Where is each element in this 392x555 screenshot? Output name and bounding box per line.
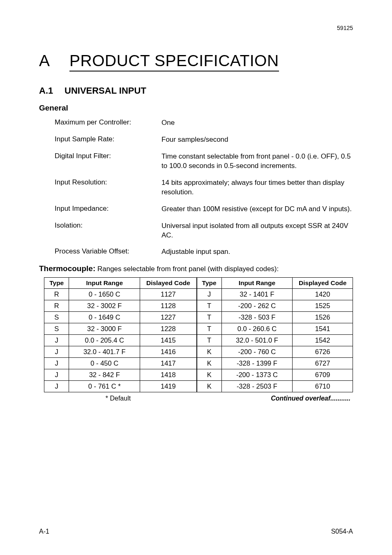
table-row: S32 - 3000 F1228T0.0 - 260.6 C1541 — [44, 323, 353, 335]
section-number: A.1 — [39, 85, 65, 96]
main-heading: APRODUCT SPECIFICATION — [39, 52, 353, 71]
table-cell: J — [44, 369, 69, 381]
table-cell: 1541 — [293, 323, 353, 335]
spec-value: Four samples/second — [161, 135, 353, 145]
table-cell: 32.0 - 401.7 F — [69, 346, 140, 358]
spec-row: Digital Input Filter: Time constant sele… — [55, 152, 353, 171]
table-cell: 1418 — [140, 369, 197, 381]
table-cell: 1417 — [140, 358, 197, 369]
spec-value: 14 bits approximately; always four times… — [161, 178, 353, 197]
table-cell: 0 - 1650 C — [69, 289, 140, 300]
table-cell: R — [44, 289, 69, 300]
table-cell: T — [197, 335, 221, 346]
table-cell: 0 - 761 C * — [69, 381, 140, 392]
table-row: J0.0 - 205.4 C1415T32.0 - 501.0 F1542 — [44, 335, 353, 346]
table-cell: 1419 — [140, 381, 197, 392]
table-cell: J — [44, 381, 69, 392]
table-cell: -328 - 2503 F — [221, 381, 293, 392]
table-cell: -328 - 1399 F — [221, 358, 293, 369]
footnote-default: * Default — [44, 395, 192, 402]
table-cell: 6709 — [293, 369, 353, 381]
table-cell: S — [44, 323, 69, 335]
spec-label: Input Resolution: — [55, 178, 161, 197]
table-cell: 0 - 1649 C — [69, 312, 140, 323]
table-cell: 1526 — [293, 312, 353, 323]
spec-label: Process Variable Offset: — [55, 247, 161, 257]
table-cell: R — [44, 300, 69, 312]
th-type: Type — [197, 278, 221, 289]
table-cell: T — [197, 300, 221, 312]
table-cell: J — [44, 335, 69, 346]
th-code: Displayed Code — [293, 278, 353, 289]
table-cell: K — [197, 381, 221, 392]
page-footer: A-1 S054-A — [39, 528, 353, 535]
table-cell: S — [44, 312, 69, 323]
table-cell: -200 - 760 C — [221, 346, 293, 358]
table-cell: 32 - 3002 F — [69, 300, 140, 312]
section-heading: A.1UNIVERSAL INPUT — [39, 85, 353, 96]
table-cell: 6710 — [293, 381, 353, 392]
table-cell: 0.0 - 205.4 C — [69, 335, 140, 346]
spec-row: Process Variable Offset: Adjustable inpu… — [55, 247, 353, 257]
table-cell: 1525 — [293, 300, 353, 312]
table-cell: T — [197, 323, 221, 335]
thermocouple-intro: Thermocouple: Ranges selectable from fro… — [39, 264, 353, 273]
th-range: Input Range — [221, 278, 293, 289]
table-cell: T — [197, 312, 221, 323]
table-cell: J — [44, 346, 69, 358]
table-cell: J — [197, 289, 221, 300]
table-cell: -328 - 503 F — [221, 312, 293, 323]
table-row: S0 - 1649 C1227T-328 - 503 F1526 — [44, 312, 353, 323]
table-row: R32 - 3002 F1128T-200 - 262 C1525 — [44, 300, 353, 312]
th-code: Dislayed Code — [140, 278, 197, 289]
table-cell: -200 - 1373 C — [221, 369, 293, 381]
footnote-continued: Continued overleaf........... — [192, 395, 353, 402]
spec-label: Input Sample Rate: — [55, 135, 161, 145]
table-cell: 6726 — [293, 346, 353, 358]
table-cell: 32 - 842 F — [69, 369, 140, 381]
table-cell: 6727 — [293, 358, 353, 369]
table-cell: 1228 — [140, 323, 197, 335]
table-header-row: Type Input Range Dislayed Code Type Inpu… — [44, 278, 353, 289]
table-cell: K — [197, 358, 221, 369]
table-row: J32.0 - 401.7 F1416K-200 - 760 C6726 — [44, 346, 353, 358]
table-cell: J — [44, 358, 69, 369]
spec-row: Maximum per Controller: One — [55, 118, 353, 128]
table-cell: 0 - 450 C — [69, 358, 140, 369]
thermocouple-table: Type Input Range Dislayed Code Type Inpu… — [44, 277, 353, 392]
footer-left: A-1 — [39, 528, 49, 535]
spec-label: Isolation: — [55, 221, 161, 240]
spec-row: Isolation: Universal input isolated from… — [55, 221, 353, 240]
table-row: R0 - 1650 C1127J32 - 1401 F1420 — [44, 289, 353, 300]
spec-row: Input Sample Rate: Four samples/second — [55, 135, 353, 145]
th-type: Type — [44, 278, 69, 289]
spec-label: Maximum per Controller: — [55, 118, 161, 128]
heading-title: PRODUCT SPECIFICATION — [69, 52, 279, 71]
table-cell: 32 - 1401 F — [221, 289, 293, 300]
table-cell: K — [197, 346, 221, 358]
spec-list: Maximum per Controller: One Input Sample… — [55, 118, 353, 257]
footer-right: S054-A — [331, 528, 353, 535]
table-cell: 32.0 - 501.0 F — [221, 335, 293, 346]
table-row: J0 - 450 C1417K-328 - 1399 F6727 — [44, 358, 353, 369]
spec-row: Input Resolution: 14 bits approximately;… — [55, 178, 353, 197]
page-header-number: 59125 — [39, 25, 353, 31]
table-cell: 1127 — [140, 289, 197, 300]
table-cell: 1227 — [140, 312, 197, 323]
table-cell: 1416 — [140, 346, 197, 358]
th-range: Input Range — [69, 278, 140, 289]
thermocouple-label: Thermocouple: — [39, 264, 95, 273]
spec-value: Adjustable input span. — [161, 247, 353, 257]
table-cell: 1128 — [140, 300, 197, 312]
table-cell: -200 - 262 C — [221, 300, 293, 312]
table-row: J0 - 761 C *1419K-328 - 2503 F6710 — [44, 381, 353, 392]
thermocouple-desc: Ranges selectable from front panel (with… — [95, 265, 279, 273]
spec-value: Time constant selectable from front pane… — [161, 152, 353, 171]
spec-value: Universal input isolated from all output… — [161, 221, 353, 240]
table-cell: 0.0 - 260.6 C — [221, 323, 293, 335]
heading-letter: A — [39, 52, 69, 70]
subsection-general: General — [39, 104, 353, 113]
table-cell: 1415 — [140, 335, 197, 346]
table-cell: K — [197, 369, 221, 381]
spec-value: One — [161, 118, 353, 128]
